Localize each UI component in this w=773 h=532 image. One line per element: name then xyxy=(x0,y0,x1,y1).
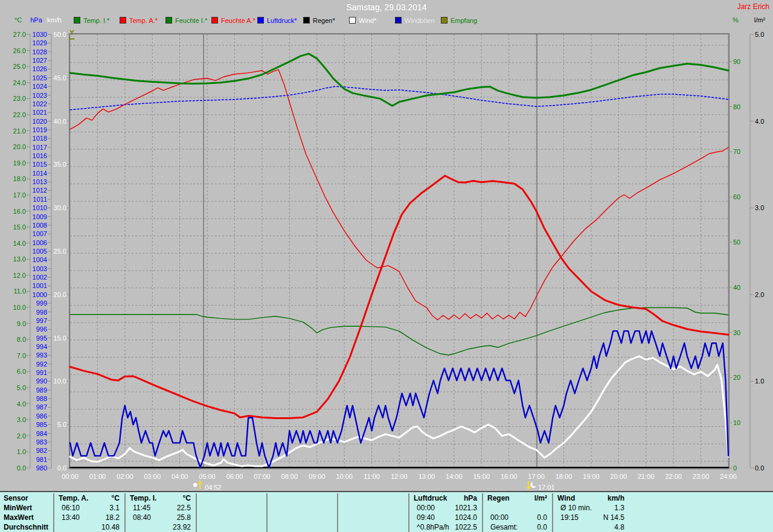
x-axis-tick-label: 07:00 xyxy=(254,473,271,480)
tempC-axis-tick-label: 9.0 xyxy=(17,320,26,327)
x-axis-tick-label: 11:00 xyxy=(364,473,380,480)
x-axis-tick-label: 19:00 xyxy=(583,473,600,480)
table-divider xyxy=(408,493,409,532)
x-axis-tick-label: 00:00 xyxy=(62,473,79,480)
sunset-marker: 17:01 xyxy=(527,481,555,491)
table-divider xyxy=(482,493,483,532)
hPa-axis-tick-label: 1018 xyxy=(33,135,47,142)
x-axis-tick-label: 20:00 xyxy=(611,473,627,480)
x-axis-tick-label: 21:00 xyxy=(638,473,655,480)
hPa-axis-tick-label: 1014 xyxy=(33,170,47,177)
hPa-axis-tick-label: 983 xyxy=(36,438,47,446)
hPa-axis-tick-label: 994 xyxy=(36,343,47,350)
hPa-axis-tick-label: 980 xyxy=(36,464,47,472)
tempC-axis-tick-label: 8.0 xyxy=(17,336,26,343)
hPa-axis-tick-label: 1019 xyxy=(33,126,47,133)
x-axis-tick-label: 22:00 xyxy=(665,473,682,480)
lm2-axis-unit-label: l/m² xyxy=(754,16,766,24)
x-axis-tick-label: 13:00 xyxy=(419,473,435,480)
hPa-axis-tick-label: 1001 xyxy=(33,282,47,289)
pct-axis-tick-label: 50 xyxy=(733,239,740,246)
hPa-axis-tick-label: 996 xyxy=(36,325,47,333)
hPa-axis-tick-label: 1015 xyxy=(33,161,47,168)
tempC-axis-tick-label: 19.0 xyxy=(13,159,26,167)
hPa-axis-tick-label: 1007 xyxy=(33,230,47,237)
tempC-axis-tick-label: 15.0 xyxy=(13,223,26,231)
sunset-time-label: 17:01 xyxy=(538,484,555,491)
hPa-axis-tick-label: 999 xyxy=(36,300,47,307)
table-column-header: Temp. I. xyxy=(130,493,165,503)
lm2-axis-tick-label: 1.0 xyxy=(755,377,764,385)
x-axis-tick-label: 15:00 xyxy=(473,473,490,480)
hPa-axis-tick-label: 1030 xyxy=(33,31,47,38)
hPa-axis-tick-label: 1003 xyxy=(33,265,47,272)
x-axis-tick-label: 04:00 xyxy=(172,473,188,480)
tempC-axis-tick-label: 12.0 xyxy=(13,272,26,279)
table-row-header: Durchschnitt xyxy=(4,522,52,532)
hPa-axis-tick-label: 1011 xyxy=(33,196,47,203)
tempC-axis-tick-label: 14.0 xyxy=(13,240,26,247)
table-column-header: Luftdruck xyxy=(414,493,451,503)
table-cell-value: 1024.0 xyxy=(441,513,477,522)
tempC-axis-tick-label: 10.0 xyxy=(13,304,26,311)
hPa-axis-tick-label: 991 xyxy=(36,369,47,376)
table-divider xyxy=(337,493,338,532)
hPa-axis-tick-label: 1026 xyxy=(33,65,47,72)
table-column-header: Regen xyxy=(487,493,521,503)
tempC-axis-tick-label: 18.0 xyxy=(13,175,26,182)
kmh-axis-tick-label: 25.0 xyxy=(54,248,66,255)
x-axis-tick-label: 17:00 xyxy=(528,473,545,480)
hPa-axis-tick-label: 1009 xyxy=(33,213,47,220)
hPa-axis-tick-label: 1024 xyxy=(33,83,47,90)
table-divider xyxy=(552,493,553,532)
kmh-axis-tick-label: 20.0 xyxy=(54,291,66,298)
x-axis-tick-label: 05:00 xyxy=(199,473,216,480)
table-column-unit: hPa xyxy=(447,493,477,503)
arrow-down-icon xyxy=(527,487,530,490)
table-divider xyxy=(266,493,268,532)
table-cell-value: 1021.3 xyxy=(441,503,477,513)
x-axis-tick-label: 12:00 xyxy=(391,473,408,480)
tempC-axis-tick-label: 20.0 xyxy=(13,143,26,150)
sun-icon xyxy=(193,483,197,487)
hPa-axis-tick-label: 987 xyxy=(36,403,47,411)
table-column-header: Temp. A. xyxy=(59,493,94,503)
kmh-axis-tick-label: 50.0 xyxy=(54,31,66,38)
lm2-axis-tick-label: 2.0 xyxy=(755,291,764,298)
hPa-axis-tick-label: 986 xyxy=(36,412,47,420)
table-cell-value: 0.0 xyxy=(511,522,547,532)
hPa-axis-tick-label: 1021 xyxy=(33,109,47,116)
hPa-axis-tick-label: 1027 xyxy=(33,57,47,64)
lm2-axis-tick-label: 3.0 xyxy=(755,204,764,211)
tempC-axis-tick-label: 7.0 xyxy=(17,352,26,359)
tempC-axis-tick-label: 3.0 xyxy=(17,416,26,423)
arrow-up-icon xyxy=(198,480,202,484)
hPa-axis-tick-label: 1004 xyxy=(33,256,47,263)
hPa-axis-tick-label: 997 xyxy=(36,317,47,324)
x-axis-tick-label: 16:00 xyxy=(501,473,518,480)
hPa-axis-tick-label: 993 xyxy=(36,351,47,359)
hPa-axis-tick-label: 1002 xyxy=(33,274,47,281)
tempC-axis-tick-label: 25.0 xyxy=(13,63,26,70)
table-cell-value: N 14.5 xyxy=(588,513,624,522)
table-divider xyxy=(124,493,126,532)
hPa-axis-tick-label: 1013 xyxy=(33,178,47,185)
lm2-axis-tick-label: 4.0 xyxy=(755,118,764,125)
kmh-axis-tick-label: 10.0 xyxy=(54,377,66,385)
x-axis-tick-label: 09:00 xyxy=(309,473,326,480)
hPa-axis-tick-label: 985 xyxy=(36,421,47,428)
sunrise-marker: 04:52 xyxy=(193,480,222,491)
hPa-axis-tick-label: 1025 xyxy=(33,74,47,82)
hPa-axis-tick-label: 989 xyxy=(36,386,47,394)
tempC-axis-tick-label: 5.0 xyxy=(17,384,26,391)
table-cell-value: 1.3 xyxy=(588,503,624,513)
tempC-axis-tick-label: 24.0 xyxy=(13,79,26,86)
x-axis-tick-label: 02:00 xyxy=(117,473,133,480)
table-column-unit: °C xyxy=(89,493,120,503)
kmh-axis-tick-label: 5.0 xyxy=(57,421,66,428)
tempC-axis-tick-label: 26.0 xyxy=(13,47,26,54)
table-column-header: Wind xyxy=(557,493,598,503)
table-row-header: MinWert xyxy=(4,503,52,513)
tempC-axis-tick-label: 0.0 xyxy=(17,464,26,472)
pct-axis-tick-label: 80 xyxy=(733,103,740,111)
